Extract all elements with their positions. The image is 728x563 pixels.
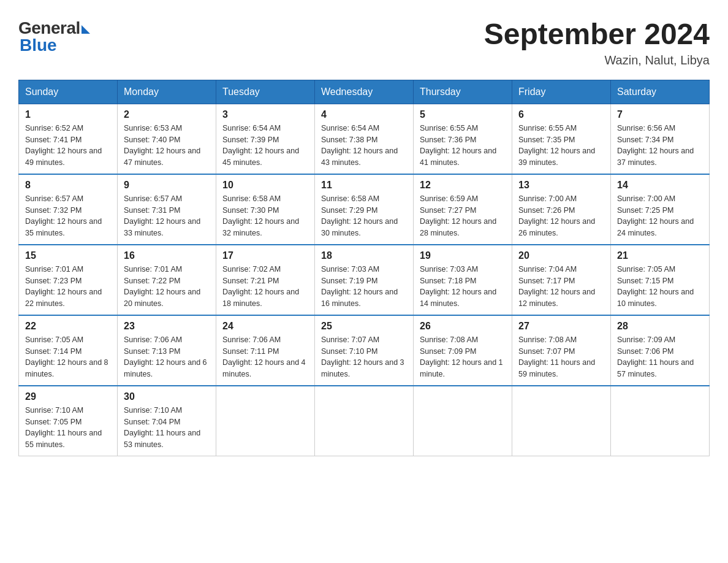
day-number: 23	[124, 321, 210, 332]
day-info: Sunrise: 7:02 AMSunset: 7:21 PMDaylight:…	[222, 264, 308, 310]
calendar-day-cell: 19Sunrise: 7:03 AMSunset: 7:18 PMDayligh…	[414, 245, 512, 315]
day-number: 30	[124, 391, 210, 402]
month-year-title: September 2024	[484, 18, 710, 51]
day-info: Sunrise: 7:07 AMSunset: 7:10 PMDaylight:…	[321, 334, 407, 380]
day-number: 25	[321, 321, 407, 332]
day-number: 14	[617, 180, 703, 191]
calendar-day-cell: 17Sunrise: 7:02 AMSunset: 7:21 PMDayligh…	[216, 245, 315, 315]
day-info: Sunrise: 7:10 AMSunset: 7:05 PMDaylight:…	[25, 405, 111, 451]
calendar-day-cell: 16Sunrise: 7:01 AMSunset: 7:22 PMDayligh…	[118, 245, 216, 315]
calendar-day-cell: 5Sunrise: 6:55 AMSunset: 7:36 PMDaylight…	[414, 104, 512, 174]
calendar-day-cell: 7Sunrise: 6:56 AMSunset: 7:34 PMDaylight…	[611, 104, 710, 174]
calendar-week-row: 15Sunrise: 7:01 AMSunset: 7:23 PMDayligh…	[19, 245, 710, 315]
day-info: Sunrise: 6:57 AMSunset: 7:32 PMDaylight:…	[25, 193, 111, 239]
day-number: 26	[420, 321, 506, 332]
day-number: 5	[420, 109, 506, 120]
page-header: General Blue September 2024 Wazin, Nalut…	[18, 18, 710, 67]
logo-blue-text: Blue	[18, 36, 57, 55]
day-info: Sunrise: 6:54 AMSunset: 7:39 PMDaylight:…	[222, 123, 308, 169]
day-info: Sunrise: 7:05 AMSunset: 7:15 PMDaylight:…	[617, 264, 703, 310]
calendar-day-cell: 12Sunrise: 6:59 AMSunset: 7:27 PMDayligh…	[414, 174, 512, 245]
calendar-day-cell: 11Sunrise: 6:58 AMSunset: 7:29 PMDayligh…	[315, 174, 414, 245]
calendar-week-row: 29Sunrise: 7:10 AMSunset: 7:05 PMDayligh…	[19, 386, 710, 456]
calendar-header-thursday: Thursday	[414, 80, 512, 104]
calendar-day-cell: 3Sunrise: 6:54 AMSunset: 7:39 PMDaylight…	[216, 104, 315, 174]
day-number: 1	[25, 109, 111, 120]
calendar-day-cell: 4Sunrise: 6:54 AMSunset: 7:38 PMDaylight…	[315, 104, 414, 174]
day-info: Sunrise: 7:08 AMSunset: 7:09 PMDaylight:…	[420, 334, 506, 380]
day-number: 15	[25, 250, 111, 261]
day-info: Sunrise: 7:04 AMSunset: 7:17 PMDaylight:…	[518, 264, 604, 310]
day-number: 18	[321, 250, 407, 261]
day-info: Sunrise: 7:05 AMSunset: 7:14 PMDaylight:…	[25, 334, 111, 380]
day-info: Sunrise: 7:01 AMSunset: 7:23 PMDaylight:…	[25, 264, 111, 310]
calendar-day-cell	[414, 386, 512, 456]
day-info: Sunrise: 7:09 AMSunset: 7:06 PMDaylight:…	[617, 334, 703, 380]
day-info: Sunrise: 6:58 AMSunset: 7:30 PMDaylight:…	[222, 193, 308, 239]
title-block: September 2024 Wazin, Nalut, Libya	[484, 18, 710, 67]
day-number: 22	[25, 321, 111, 332]
day-info: Sunrise: 7:03 AMSunset: 7:19 PMDaylight:…	[321, 264, 407, 310]
day-info: Sunrise: 6:57 AMSunset: 7:31 PMDaylight:…	[124, 193, 210, 239]
calendar-header-tuesday: Tuesday	[216, 80, 315, 104]
day-number: 17	[222, 250, 308, 261]
day-number: 19	[420, 250, 506, 261]
day-info: Sunrise: 7:06 AMSunset: 7:11 PMDaylight:…	[222, 334, 308, 380]
day-number: 10	[222, 180, 308, 191]
day-number: 3	[222, 109, 308, 120]
calendar-header-monday: Monday	[118, 80, 216, 104]
day-number: 6	[518, 109, 604, 120]
day-number: 21	[617, 250, 703, 261]
day-info: Sunrise: 6:52 AMSunset: 7:41 PMDaylight:…	[25, 123, 111, 169]
day-number: 12	[420, 180, 506, 191]
calendar-day-cell: 13Sunrise: 7:00 AMSunset: 7:26 PMDayligh…	[512, 174, 611, 245]
day-info: Sunrise: 6:54 AMSunset: 7:38 PMDaylight:…	[321, 123, 407, 169]
day-info: Sunrise: 6:55 AMSunset: 7:36 PMDaylight:…	[420, 123, 506, 169]
calendar-day-cell: 9Sunrise: 6:57 AMSunset: 7:31 PMDaylight…	[118, 174, 216, 245]
calendar-day-cell: 22Sunrise: 7:05 AMSunset: 7:14 PMDayligh…	[19, 315, 118, 386]
day-info: Sunrise: 6:55 AMSunset: 7:35 PMDaylight:…	[518, 123, 604, 169]
day-info: Sunrise: 6:58 AMSunset: 7:29 PMDaylight:…	[321, 193, 407, 239]
calendar-header-friday: Friday	[512, 80, 611, 104]
day-info: Sunrise: 6:56 AMSunset: 7:34 PMDaylight:…	[617, 123, 703, 169]
calendar-day-cell: 1Sunrise: 6:52 AMSunset: 7:41 PMDaylight…	[19, 104, 118, 174]
day-info: Sunrise: 7:00 AMSunset: 7:26 PMDaylight:…	[518, 193, 604, 239]
calendar-day-cell	[512, 386, 611, 456]
calendar-day-cell: 10Sunrise: 6:58 AMSunset: 7:30 PMDayligh…	[216, 174, 315, 245]
day-number: 7	[617, 109, 703, 120]
calendar-day-cell: 23Sunrise: 7:06 AMSunset: 7:13 PMDayligh…	[118, 315, 216, 386]
calendar-day-cell: 14Sunrise: 7:00 AMSunset: 7:25 PMDayligh…	[611, 174, 710, 245]
day-number: 29	[25, 391, 111, 402]
calendar-header-sunday: Sunday	[19, 80, 118, 104]
logo-triangle-icon	[82, 25, 90, 34]
calendar-day-cell	[611, 386, 710, 456]
calendar-week-row: 1Sunrise: 6:52 AMSunset: 7:41 PMDaylight…	[19, 104, 710, 174]
calendar-day-cell: 27Sunrise: 7:08 AMSunset: 7:07 PMDayligh…	[512, 315, 611, 386]
calendar-day-cell: 24Sunrise: 7:06 AMSunset: 7:11 PMDayligh…	[216, 315, 315, 386]
day-info: Sunrise: 7:10 AMSunset: 7:04 PMDaylight:…	[124, 405, 210, 451]
calendar-day-cell: 25Sunrise: 7:07 AMSunset: 7:10 PMDayligh…	[315, 315, 414, 386]
calendar-header-row: SundayMondayTuesdayWednesdayThursdayFrid…	[19, 80, 710, 104]
day-number: 24	[222, 321, 308, 332]
calendar-day-cell: 30Sunrise: 7:10 AMSunset: 7:04 PMDayligh…	[118, 386, 216, 456]
calendar-header-saturday: Saturday	[611, 80, 710, 104]
calendar-day-cell	[216, 386, 315, 456]
day-number: 11	[321, 180, 407, 191]
calendar-header-wednesday: Wednesday	[315, 80, 414, 104]
calendar-day-cell: 29Sunrise: 7:10 AMSunset: 7:05 PMDayligh…	[19, 386, 118, 456]
day-number: 20	[518, 250, 604, 261]
day-info: Sunrise: 7:01 AMSunset: 7:22 PMDaylight:…	[124, 264, 210, 310]
calendar-week-row: 22Sunrise: 7:05 AMSunset: 7:14 PMDayligh…	[19, 315, 710, 386]
calendar-day-cell: 28Sunrise: 7:09 AMSunset: 7:06 PMDayligh…	[611, 315, 710, 386]
calendar-day-cell	[315, 386, 414, 456]
day-number: 13	[518, 180, 604, 191]
day-info: Sunrise: 7:08 AMSunset: 7:07 PMDaylight:…	[518, 334, 604, 380]
day-number: 2	[124, 109, 210, 120]
calendar-day-cell: 6Sunrise: 6:55 AMSunset: 7:35 PMDaylight…	[512, 104, 611, 174]
calendar-day-cell: 21Sunrise: 7:05 AMSunset: 7:15 PMDayligh…	[611, 245, 710, 315]
day-number: 4	[321, 109, 407, 120]
day-info: Sunrise: 6:53 AMSunset: 7:40 PMDaylight:…	[124, 123, 210, 169]
day-info: Sunrise: 7:03 AMSunset: 7:18 PMDaylight:…	[420, 264, 506, 310]
day-number: 28	[617, 321, 703, 332]
calendar-day-cell: 8Sunrise: 6:57 AMSunset: 7:32 PMDaylight…	[19, 174, 118, 245]
